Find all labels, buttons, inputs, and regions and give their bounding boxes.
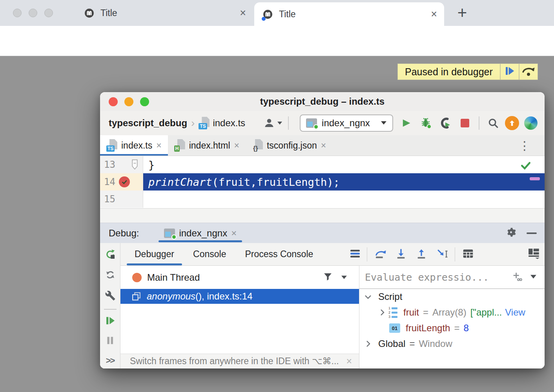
ide-services-button[interactable] [523, 115, 539, 131]
window-close-button[interactable] [13, 9, 22, 17]
thread-name: Main Thread [147, 272, 200, 283]
editor-line-13[interactable]: 13 } [100, 156, 545, 173]
debug-icon [420, 117, 432, 129]
code-line[interactable] [143, 191, 545, 208]
ide-title-bar[interactable]: typescript_debug – index.ts [100, 92, 545, 111]
step-over-button[interactable] [519, 64, 538, 80]
paused-in-debugger-banner: Paused in debugger [397, 64, 538, 80]
json-file-icon: {} [252, 139, 263, 152]
code-editor[interactable]: 13 } 14 printChart(fru [100, 156, 545, 208]
array-variable-icon: 1 2 3 [388, 307, 399, 318]
step-into-button[interactable] [395, 248, 406, 261]
editor-debug-splitter[interactable] [100, 208, 545, 223]
search-icon [487, 117, 499, 129]
layout-menu-icon[interactable] [350, 249, 360, 260]
browser-tab-inactive[interactable]: Title × [77, 0, 253, 26]
breakpoint-icon[interactable] [119, 176, 130, 187]
tab-debugger[interactable]: Debugger [125, 243, 184, 265]
refresh-button[interactable] [105, 269, 116, 282]
tab-close-icon[interactable]: × [321, 141, 326, 150]
debug-button[interactable] [417, 115, 434, 131]
more-actions-button[interactable]: >> [106, 356, 115, 366]
ide-close-button[interactable] [109, 97, 118, 106]
rerun-button[interactable] [105, 249, 116, 261]
layout-settings-icon[interactable] [528, 248, 540, 261]
code-line-execution-point[interactable]: printChart(fruit,fruitLength); [143, 173, 545, 191]
tab-close-icon[interactable]: × [234, 141, 239, 150]
settings-gear-icon[interactable] [506, 227, 516, 239]
new-tab-button[interactable]: + [453, 4, 471, 22]
editor-tab-index-html[interactable]: H index.html × [168, 135, 246, 156]
tab-close-icon[interactable]: × [240, 8, 246, 18]
editor-options-kebab-icon[interactable]: ⋮ [519, 135, 530, 156]
thread-dropdown-icon[interactable] [341, 274, 347, 281]
variables-node-global[interactable]: Global = Window [359, 336, 545, 352]
ide-zoom-button[interactable] [140, 97, 149, 106]
run-to-cursor-button[interactable] [436, 249, 449, 260]
inspections-status-widget[interactable] [516, 158, 536, 173]
editor-gutter[interactable]: 13 [100, 156, 143, 173]
update-project-button[interactable] [504, 115, 520, 131]
variable-type: Array(8) [432, 307, 467, 318]
editor-tab-label: index.ts [121, 140, 152, 151]
view-link[interactable]: View [505, 307, 525, 318]
variables-node-script[interactable]: Script [359, 289, 545, 305]
tab-close-icon[interactable]: × [156, 141, 161, 150]
step-over-button[interactable] [375, 249, 387, 260]
user-menu[interactable] [263, 117, 282, 129]
editor-tab-tsconfig-json[interactable]: {} tsconfig.json × [246, 135, 332, 156]
debug-session-tab[interactable]: index_ngnx × [159, 223, 242, 243]
variable-row-fruitlength[interactable]: 01 fruitLength = 8 [359, 320, 545, 336]
hide-toolwindow-icon[interactable] [527, 232, 537, 234]
resume-icon [504, 65, 516, 78]
chevron-collapsed-icon[interactable] [377, 308, 387, 317]
editor-line-15[interactable]: 15 [100, 191, 545, 208]
search-everywhere-button[interactable] [485, 115, 501, 131]
step-out-button[interactable] [416, 248, 427, 261]
tab-close-icon[interactable]: × [431, 9, 437, 20]
filter-frames-icon[interactable] [323, 272, 333, 283]
tab-process-console[interactable]: Process Console [235, 243, 323, 265]
run-configuration-select[interactable]: index_ngnx [300, 114, 393, 132]
resume-program-button[interactable] [105, 315, 116, 328]
ide-minimize-button[interactable] [124, 97, 133, 106]
editor-gutter[interactable]: 15 [100, 191, 143, 208]
run-icon [401, 118, 412, 129]
window-zoom-button[interactable] [44, 9, 53, 17]
breadcrumb-file[interactable]: index.ts [213, 118, 245, 129]
pause-program-button[interactable] [105, 335, 115, 347]
editor-tab-index-ts[interactable]: TS index.ts × [100, 135, 168, 156]
stop-button[interactable] [457, 115, 473, 131]
tab-console[interactable]: Console [184, 243, 235, 265]
fold-marker-icon[interactable] [131, 159, 138, 171]
chevron-expanded-icon[interactable] [363, 292, 373, 301]
evaluate-expression-input[interactable] [365, 272, 512, 283]
window-minimize-button[interactable] [29, 9, 37, 17]
page-viewport: Paused in debugger types [0, 56, 554, 392]
resume-script-button[interactable] [501, 64, 519, 80]
toolbar-separator [367, 247, 367, 261]
evaluate-expression-button[interactable] [463, 249, 474, 260]
ide-window-controls[interactable] [109, 97, 149, 106]
eval-dropdown-icon[interactable] [530, 274, 537, 281]
variable-row-fruit[interactable]: 1 2 3 fruit = Array(8) ["appl... View [359, 305, 545, 320]
browser-window-controls[interactable] [13, 9, 53, 17]
chevron-collapsed-icon[interactable] [363, 339, 373, 348]
code-line[interactable]: } [143, 156, 545, 173]
hint-close-icon[interactable]: × [346, 356, 352, 366]
wrench-settings-button[interactable] [105, 290, 115, 303]
add-watch-icon[interactable] [512, 271, 523, 283]
rerun-icon [105, 249, 116, 260]
debug-toolwindow-header: Debug: index_ngnx × [100, 223, 545, 243]
editor-line-14-current[interactable]: 14 printChart(fruit,fruitLength); [100, 173, 545, 191]
thread-selector[interactable]: Main Thread [120, 266, 359, 289]
run-button[interactable] [398, 115, 414, 131]
toolbar-separator [288, 116, 289, 130]
breadcrumb-project[interactable]: typescript_debug [109, 118, 187, 129]
run-with-coverage-button[interactable] [437, 115, 454, 131]
session-close-icon[interactable]: × [231, 229, 237, 238]
browser-tab-active[interactable]: Title × [254, 2, 444, 26]
editor-gutter[interactable]: 14 [100, 173, 143, 191]
stack-frame-selected[interactable]: anonymous(), index.ts:14 [120, 289, 359, 304]
debug-session-name: index_ngnx [179, 228, 227, 239]
